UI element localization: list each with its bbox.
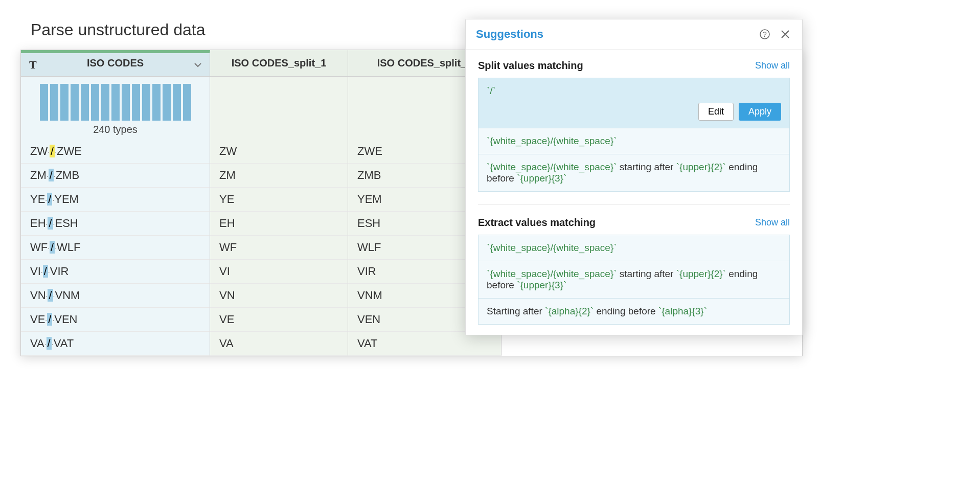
panel-title: Suggestions <box>476 28 751 41</box>
column-header-label: ISO CODES <box>87 57 144 69</box>
split-suggestion-list: `/`EditApply`{white_space}/{white_space}… <box>478 78 790 192</box>
histogram-cell-empty <box>210 77 348 140</box>
suggestions-panel: Suggestions ? Split values matching Show… <box>465 19 803 335</box>
divider <box>478 204 790 204</box>
cell-split1[interactable]: VE <box>210 308 348 332</box>
text-type-icon: T <box>29 58 37 72</box>
cell-split1[interactable]: ZW <box>210 140 348 164</box>
cell-iso-code[interactable]: VE·/·VEN <box>21 308 210 332</box>
chevron-down-icon[interactable] <box>194 62 201 67</box>
histogram-bars <box>30 83 200 121</box>
cell-split1[interactable]: EH <box>210 212 348 236</box>
svg-text:?: ? <box>763 30 767 38</box>
edit-button[interactable]: Edit <box>698 103 734 121</box>
close-icon[interactable] <box>779 28 792 41</box>
column-header-iso-codes[interactable]: T ISO CODES <box>21 50 210 76</box>
cell-iso-code[interactable]: VN·/·VNM <box>21 284 210 308</box>
cell-iso-code[interactable]: EH·/·ESH <box>21 212 210 236</box>
cell-iso-code[interactable]: YE·/·YEM <box>21 188 210 212</box>
cell-iso-code[interactable]: ZM·/·ZMB <box>21 164 210 188</box>
histogram-cell: 240 types <box>21 77 210 140</box>
suggestion-item[interactable]: `/`EditApply <box>478 78 789 128</box>
extract-section-title: Extract values matching <box>478 217 596 229</box>
column-header-label: ISO CODES_split_2 <box>377 57 472 69</box>
show-all-link[interactable]: Show all <box>755 60 790 71</box>
suggestion-item[interactable]: `{white_space}/{white_space}` starting a… <box>478 261 789 299</box>
table-row[interactable]: VA·/·VATVAVAT <box>21 332 802 356</box>
cell-iso-code[interactable]: VA·/·VAT <box>21 332 210 356</box>
show-all-link[interactable]: Show all <box>755 217 790 228</box>
cell-split2[interactable]: VAT <box>348 332 502 356</box>
help-icon[interactable]: ? <box>758 28 771 41</box>
histogram-label: 240 types <box>30 124 200 135</box>
cell-split1[interactable]: WF <box>210 236 348 260</box>
suggestion-item[interactable]: `{white_space}/{white_space}` <box>478 128 789 154</box>
extract-suggestion-list: `{white_space}/{white_space}``{white_spa… <box>478 235 790 325</box>
cell-split1[interactable]: VN <box>210 284 348 308</box>
suggestion-item[interactable]: `{white_space}/{white_space}` <box>478 235 789 261</box>
cell-split1[interactable]: ZM <box>210 164 348 188</box>
cell-split1[interactable]: VI <box>210 260 348 284</box>
cell-split1[interactable]: YE <box>210 188 348 212</box>
column-header-label: ISO CODES_split_1 <box>232 57 327 69</box>
cell-iso-code[interactable]: VI·/·VIR <box>21 260 210 284</box>
apply-button[interactable]: Apply <box>739 103 781 121</box>
cell-iso-code[interactable]: WF·/·WLF <box>21 236 210 260</box>
split-section-title: Split values matching <box>478 60 583 72</box>
cell-iso-code[interactable]: ZW·/·ZWE <box>21 140 210 164</box>
cell-split1[interactable]: VA <box>210 332 348 356</box>
suggestion-item[interactable]: `{white_space}/{white_space}` starting a… <box>478 154 789 191</box>
suggestion-item[interactable]: Starting after `{alpha}{2}` ending befor… <box>478 299 789 324</box>
column-header-split1[interactable]: ISO CODES_split_1 <box>210 50 348 76</box>
